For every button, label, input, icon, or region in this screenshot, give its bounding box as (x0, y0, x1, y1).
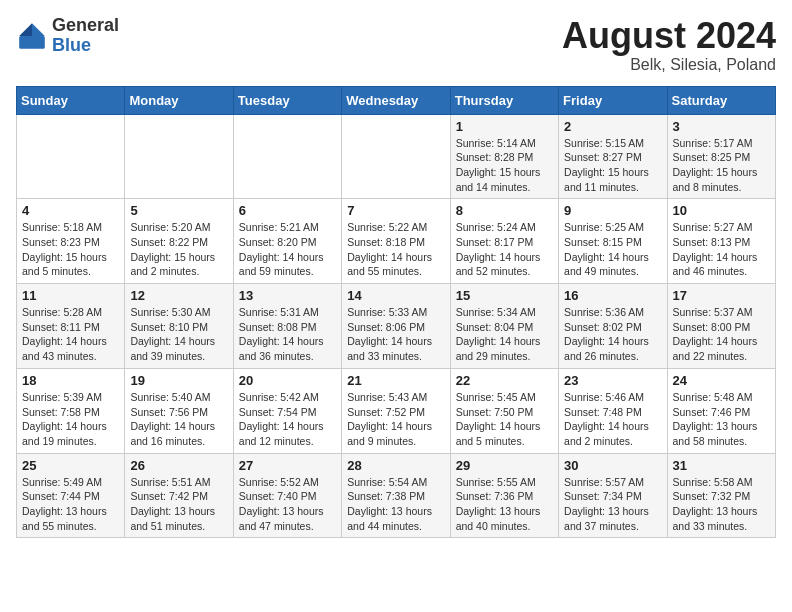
day-number: 19 (130, 373, 227, 388)
day-number: 12 (130, 288, 227, 303)
calendar-table: SundayMondayTuesdayWednesdayThursdayFrid… (16, 86, 776, 539)
day-cell (125, 114, 233, 199)
day-info: Sunrise: 5:17 AM Sunset: 8:25 PM Dayligh… (673, 136, 770, 195)
day-info: Sunrise: 5:18 AM Sunset: 8:23 PM Dayligh… (22, 220, 119, 279)
header-cell-friday: Friday (559, 86, 667, 114)
day-number: 6 (239, 203, 336, 218)
day-cell: 11Sunrise: 5:28 AM Sunset: 8:11 PM Dayli… (17, 284, 125, 369)
day-number: 22 (456, 373, 553, 388)
day-cell: 8Sunrise: 5:24 AM Sunset: 8:17 PM Daylig… (450, 199, 558, 284)
day-cell: 12Sunrise: 5:30 AM Sunset: 8:10 PM Dayli… (125, 284, 233, 369)
day-info: Sunrise: 5:20 AM Sunset: 8:22 PM Dayligh… (130, 220, 227, 279)
day-cell: 27Sunrise: 5:52 AM Sunset: 7:40 PM Dayli… (233, 453, 341, 538)
day-info: Sunrise: 5:28 AM Sunset: 8:11 PM Dayligh… (22, 305, 119, 364)
title-area: August 2024 Belk, Silesia, Poland (562, 16, 776, 74)
day-info: Sunrise: 5:15 AM Sunset: 8:27 PM Dayligh… (564, 136, 661, 195)
day-cell (17, 114, 125, 199)
day-cell: 29Sunrise: 5:55 AM Sunset: 7:36 PM Dayli… (450, 453, 558, 538)
svg-rect-2 (19, 36, 45, 49)
header-row: SundayMondayTuesdayWednesdayThursdayFrid… (17, 86, 776, 114)
day-number: 7 (347, 203, 444, 218)
day-info: Sunrise: 5:51 AM Sunset: 7:42 PM Dayligh… (130, 475, 227, 534)
day-number: 27 (239, 458, 336, 473)
day-info: Sunrise: 5:58 AM Sunset: 7:32 PM Dayligh… (673, 475, 770, 534)
day-cell: 4Sunrise: 5:18 AM Sunset: 8:23 PM Daylig… (17, 199, 125, 284)
day-cell: 17Sunrise: 5:37 AM Sunset: 8:00 PM Dayli… (667, 284, 775, 369)
day-cell: 21Sunrise: 5:43 AM Sunset: 7:52 PM Dayli… (342, 368, 450, 453)
day-number: 4 (22, 203, 119, 218)
day-number: 8 (456, 203, 553, 218)
day-cell: 18Sunrise: 5:39 AM Sunset: 7:58 PM Dayli… (17, 368, 125, 453)
day-cell: 3Sunrise: 5:17 AM Sunset: 8:25 PM Daylig… (667, 114, 775, 199)
header-cell-monday: Monday (125, 86, 233, 114)
svg-marker-0 (32, 23, 45, 36)
day-cell: 9Sunrise: 5:25 AM Sunset: 8:15 PM Daylig… (559, 199, 667, 284)
day-cell: 1Sunrise: 5:14 AM Sunset: 8:28 PM Daylig… (450, 114, 558, 199)
day-cell (233, 114, 341, 199)
day-cell: 25Sunrise: 5:49 AM Sunset: 7:44 PM Dayli… (17, 453, 125, 538)
day-info: Sunrise: 5:30 AM Sunset: 8:10 PM Dayligh… (130, 305, 227, 364)
day-info: Sunrise: 5:42 AM Sunset: 7:54 PM Dayligh… (239, 390, 336, 449)
header-cell-thursday: Thursday (450, 86, 558, 114)
day-number: 9 (564, 203, 661, 218)
week-row-2: 4Sunrise: 5:18 AM Sunset: 8:23 PM Daylig… (17, 199, 776, 284)
header-cell-saturday: Saturday (667, 86, 775, 114)
day-number: 24 (673, 373, 770, 388)
day-info: Sunrise: 5:52 AM Sunset: 7:40 PM Dayligh… (239, 475, 336, 534)
day-info: Sunrise: 5:36 AM Sunset: 8:02 PM Dayligh… (564, 305, 661, 364)
day-number: 3 (673, 119, 770, 134)
day-cell: 23Sunrise: 5:46 AM Sunset: 7:48 PM Dayli… (559, 368, 667, 453)
day-number: 28 (347, 458, 444, 473)
day-number: 31 (673, 458, 770, 473)
day-cell: 26Sunrise: 5:51 AM Sunset: 7:42 PM Dayli… (125, 453, 233, 538)
day-info: Sunrise: 5:54 AM Sunset: 7:38 PM Dayligh… (347, 475, 444, 534)
day-number: 17 (673, 288, 770, 303)
day-number: 13 (239, 288, 336, 303)
day-number: 23 (564, 373, 661, 388)
day-info: Sunrise: 5:49 AM Sunset: 7:44 PM Dayligh… (22, 475, 119, 534)
day-info: Sunrise: 5:34 AM Sunset: 8:04 PM Dayligh… (456, 305, 553, 364)
day-info: Sunrise: 5:45 AM Sunset: 7:50 PM Dayligh… (456, 390, 553, 449)
day-number: 21 (347, 373, 444, 388)
day-number: 15 (456, 288, 553, 303)
day-cell: 13Sunrise: 5:31 AM Sunset: 8:08 PM Dayli… (233, 284, 341, 369)
day-info: Sunrise: 5:14 AM Sunset: 8:28 PM Dayligh… (456, 136, 553, 195)
logo-general-text: General (52, 16, 119, 36)
day-cell: 20Sunrise: 5:42 AM Sunset: 7:54 PM Dayli… (233, 368, 341, 453)
day-cell: 16Sunrise: 5:36 AM Sunset: 8:02 PM Dayli… (559, 284, 667, 369)
day-info: Sunrise: 5:21 AM Sunset: 8:20 PM Dayligh… (239, 220, 336, 279)
day-number: 25 (22, 458, 119, 473)
day-cell: 5Sunrise: 5:20 AM Sunset: 8:22 PM Daylig… (125, 199, 233, 284)
day-info: Sunrise: 5:37 AM Sunset: 8:00 PM Dayligh… (673, 305, 770, 364)
logo-icon (16, 20, 48, 52)
logo: General Blue (16, 16, 119, 56)
svg-marker-1 (19, 23, 32, 36)
day-number: 10 (673, 203, 770, 218)
day-info: Sunrise: 5:31 AM Sunset: 8:08 PM Dayligh… (239, 305, 336, 364)
day-number: 29 (456, 458, 553, 473)
day-info: Sunrise: 5:27 AM Sunset: 8:13 PM Dayligh… (673, 220, 770, 279)
header-cell-sunday: Sunday (17, 86, 125, 114)
day-info: Sunrise: 5:57 AM Sunset: 7:34 PM Dayligh… (564, 475, 661, 534)
day-cell: 28Sunrise: 5:54 AM Sunset: 7:38 PM Dayli… (342, 453, 450, 538)
day-info: Sunrise: 5:22 AM Sunset: 8:18 PM Dayligh… (347, 220, 444, 279)
header: General Blue August 2024 Belk, Silesia, … (16, 16, 776, 74)
day-number: 14 (347, 288, 444, 303)
day-info: Sunrise: 5:43 AM Sunset: 7:52 PM Dayligh… (347, 390, 444, 449)
week-row-3: 11Sunrise: 5:28 AM Sunset: 8:11 PM Dayli… (17, 284, 776, 369)
day-number: 5 (130, 203, 227, 218)
day-info: Sunrise: 5:24 AM Sunset: 8:17 PM Dayligh… (456, 220, 553, 279)
header-cell-tuesday: Tuesday (233, 86, 341, 114)
calendar-header: SundayMondayTuesdayWednesdayThursdayFrid… (17, 86, 776, 114)
location: Belk, Silesia, Poland (562, 56, 776, 74)
day-number: 16 (564, 288, 661, 303)
day-info: Sunrise: 5:39 AM Sunset: 7:58 PM Dayligh… (22, 390, 119, 449)
day-cell: 22Sunrise: 5:45 AM Sunset: 7:50 PM Dayli… (450, 368, 558, 453)
day-number: 18 (22, 373, 119, 388)
day-cell: 24Sunrise: 5:48 AM Sunset: 7:46 PM Dayli… (667, 368, 775, 453)
day-info: Sunrise: 5:25 AM Sunset: 8:15 PM Dayligh… (564, 220, 661, 279)
week-row-1: 1Sunrise: 5:14 AM Sunset: 8:28 PM Daylig… (17, 114, 776, 199)
day-cell: 6Sunrise: 5:21 AM Sunset: 8:20 PM Daylig… (233, 199, 341, 284)
day-cell: 14Sunrise: 5:33 AM Sunset: 8:06 PM Dayli… (342, 284, 450, 369)
day-cell: 31Sunrise: 5:58 AM Sunset: 7:32 PM Dayli… (667, 453, 775, 538)
